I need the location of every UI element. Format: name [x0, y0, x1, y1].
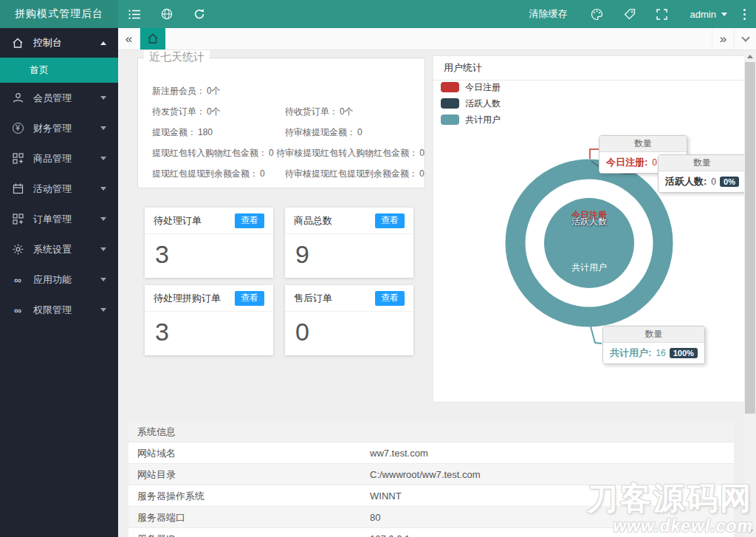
scroll-up-button[interactable] — [744, 50, 756, 61]
header-right-group: 清除缓存 admin — [516, 0, 756, 28]
card-value: 9 — [285, 234, 413, 275]
sidebar-item-activity[interactable]: 活动管理 — [0, 174, 118, 204]
tag-button[interactable] — [614, 0, 646, 28]
view-button[interactable]: 查看 — [375, 213, 405, 228]
sidebar-item-label: 订单管理 — [33, 213, 72, 226]
user-stats-panel: 用户统计 今日注册 活跃人数 共计用户 — [433, 55, 744, 403]
chevron-down-icon — [100, 217, 106, 224]
sidebar-item-settings[interactable]: 系统设置 — [0, 234, 118, 264]
chevron-down-icon — [100, 278, 106, 284]
table-row: 网站域名 ww7.test.com — [128, 442, 734, 464]
tabs-menu-button[interactable] — [734, 28, 756, 49]
tab-bar: « » — [118, 28, 756, 50]
tag-icon — [624, 8, 636, 20]
menu-toggle-button[interactable] — [118, 0, 151, 28]
sidebar-item-permissions[interactable]: ∞ 权限管理 — [0, 295, 118, 325]
view-button[interactable]: 查看 — [235, 213, 264, 228]
language-button[interactable] — [151, 0, 183, 28]
weekly-stats-title: 近七天统计 — [144, 50, 210, 64]
sidebar-item-orders[interactable]: 订单管理 — [0, 204, 118, 234]
goods-grid-icon — [12, 153, 24, 165]
stats-row: 新注册会员：0个 — [152, 81, 425, 101]
chevron-down-icon — [100, 247, 106, 254]
weekly-stats-rows: 新注册会员：0个 待发货订单：0个 待收货订单：0个 提现金额：180 待审核提… — [138, 58, 425, 184]
view-button[interactable]: 查看 — [235, 291, 264, 306]
refresh-button[interactable] — [183, 0, 216, 28]
tabs-back-button[interactable]: « — [118, 28, 140, 49]
home-icon — [147, 33, 159, 44]
chevron-down-icon — [100, 157, 106, 163]
theme-button[interactable] — [581, 0, 614, 28]
sidebar-item-label: 首页 — [30, 64, 49, 77]
card-value: 0 — [285, 312, 413, 352]
chevron-down-icon — [100, 308, 106, 315]
system-info-table: 系统信息 网站域名 ww7.test.com 网站目录 C:/wwwroot/w… — [128, 421, 734, 537]
weekly-stats-panel: 近七天统计 新注册会员：0个 待发货订单：0个 待收货订单：0个 提现金额：18… — [137, 58, 425, 188]
app-logo: 拼购模式管理后台 — [0, 0, 118, 28]
sidebar-item-label: 系统设置 — [33, 243, 72, 256]
users-icon — [12, 92, 24, 104]
card-title: 售后订单 — [294, 292, 332, 305]
app-link-icon: ∞ — [12, 274, 24, 286]
card-title: 商品总数 — [294, 214, 332, 228]
clear-cache-button[interactable]: 清除缓存 — [516, 0, 581, 28]
view-button[interactable]: 查看 — [375, 291, 405, 306]
system-info-header: 系统信息 — [128, 421, 734, 442]
card-value: 3 — [145, 312, 273, 352]
chart-label-total-users: 共计用户 — [571, 261, 607, 274]
chart-label-active-users: 活跃人数 — [571, 216, 607, 228]
sidebar-item-members[interactable]: 会员管理 — [0, 83, 118, 113]
table-row: 服务器端口 80 — [128, 507, 734, 528]
stats-row: 待发货订单：0个 待收货订单：0个 — [152, 101, 425, 122]
user-menu[interactable]: admin — [678, 9, 739, 20]
chart-tooltip-total-users: 数量 共计用户: 16 100% — [602, 326, 705, 364]
sidebar-item-label: 商品管理 — [33, 152, 72, 165]
tabbar-right-group: » — [712, 28, 756, 49]
chevron-down-icon — [721, 13, 727, 19]
sidebar-item-finance[interactable]: ¥ 财务管理 — [0, 113, 118, 143]
settings-gear-icon — [12, 244, 24, 256]
sidebar-item-app-features[interactable]: ∞ 应用功能 — [0, 264, 118, 295]
sidebar-item-home-active[interactable]: 首页 — [0, 58, 118, 83]
scrollbar-thumb[interactable] — [745, 62, 755, 414]
card-aftersale-orders: 售后订单 查看 0 — [285, 285, 413, 355]
sidebar-item-goods[interactable]: 商品管理 — [0, 143, 118, 174]
sidebar-item-label: 财务管理 — [33, 122, 72, 135]
chevron-down-icon — [100, 187, 106, 194]
tabs-forward-button[interactable]: » — [712, 28, 734, 49]
sidebar-item-console[interactable]: 控制台 — [0, 28, 118, 58]
chevron-up-icon — [100, 38, 106, 45]
main-content: 近七天统计 新注册会员：0个 待发货订单：0个 待收货订单：0个 提现金额：18… — [118, 50, 744, 537]
card-value: 3 — [145, 234, 273, 275]
globe-icon — [161, 8, 173, 20]
permission-link-icon: ∞ — [12, 304, 24, 316]
stats-row: 提现红包提现到余额金额：0 待审核提现红包提现到余额金额：0 — [152, 163, 425, 184]
table-row: 服务器IP 127.0.0.1 — [128, 528, 734, 537]
tab-home-active[interactable] — [140, 28, 165, 49]
tooltip-series-name: 数量 — [599, 136, 687, 152]
vertical-scrollbar[interactable] — [744, 50, 756, 537]
sidebar-item-label: 应用功能 — [33, 273, 72, 287]
chevron-down-icon — [100, 126, 106, 133]
card-title: 待处理拼购订单 — [154, 292, 221, 305]
triangle-up-icon — [747, 52, 753, 58]
chevron-down-icon — [741, 33, 749, 41]
sidebar-item-label: 会员管理 — [33, 92, 72, 105]
more-menu-button[interactable] — [739, 9, 756, 20]
table-row: 服务器操作系统 WINNT — [128, 485, 734, 507]
fullscreen-button[interactable] — [646, 0, 678, 28]
refresh-icon — [193, 8, 205, 20]
triangle-down-icon — [747, 530, 753, 536]
home-icon — [12, 38, 24, 49]
tooltip-series-name: 数量 — [603, 326, 704, 343]
admin-dashboard-page: 拼购模式管理后台 清除缓存 — [0, 0, 756, 537]
top-header-bar: 拼购模式管理后台 清除缓存 — [0, 0, 756, 28]
tooltip-series-name: 数量 — [659, 155, 744, 171]
orders-grid-icon — [12, 213, 24, 225]
scroll-down-button[interactable] — [744, 526, 756, 537]
username-label: admin — [690, 9, 716, 20]
card-pending-orders: 待处理订单 查看 3 — [145, 208, 273, 278]
stats-row: 提现金额：180 待审核提现金额：0 — [152, 122, 425, 143]
table-row: 网站目录 C:/wwwroot/ww7.test.com — [128, 464, 734, 485]
palette-icon — [591, 8, 603, 21]
